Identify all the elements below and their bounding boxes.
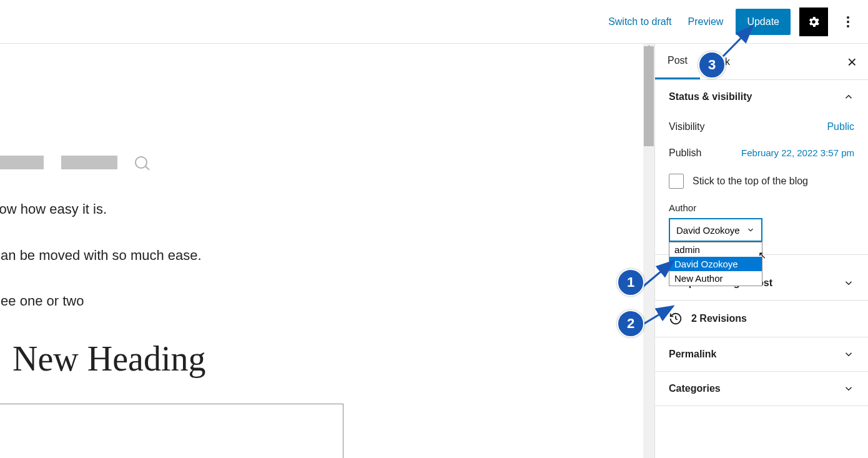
placeholder-row: [0, 156, 487, 169]
panel-title: Status & visibility: [669, 91, 752, 102]
tab-post[interactable]: Post: [655, 44, 700, 79]
visibility-value[interactable]: Public: [827, 121, 854, 132]
chevron-down-icon: [843, 277, 854, 289]
author-option-david[interactable]: David Ozokoye: [669, 257, 762, 271]
paragraph[interactable]: it you will know how easy it is.: [0, 201, 487, 219]
editor-scrollbar[interactable]: ▴: [643, 44, 654, 458]
paragraph[interactable]: agraphs to see one or two: [0, 292, 487, 311]
history-icon: [669, 312, 683, 326]
revisions-button[interactable]: 2 Revisions: [655, 301, 868, 337]
panel-title: Permalink: [669, 349, 716, 360]
update-button[interactable]: Update: [736, 9, 791, 35]
settings-button[interactable]: [799, 7, 828, 36]
panel-status-visibility: Status & visibility Visibility Public Pu…: [655, 80, 868, 255]
gear-icon: [807, 15, 821, 29]
chevron-down-icon: [746, 226, 755, 234]
stick-label: Stick to the top of the blog: [693, 176, 808, 187]
panel-header-status[interactable]: Status & visibility: [655, 80, 868, 114]
scroll-thumb[interactable]: [644, 46, 654, 146]
author-select[interactable]: David Ozokoye admin David Ozokoye New Au…: [669, 218, 762, 242]
publish-label: Publish: [669, 147, 701, 159]
close-sidebar-button[interactable]: ×: [847, 54, 857, 70]
annotation-3: 3: [698, 51, 726, 79]
dots-vertical-icon: [841, 14, 856, 29]
svg-point-2: [847, 25, 849, 27]
embed-block[interactable]: d URL content you want to display on you…: [0, 404, 343, 458]
search-icon: [135, 156, 147, 169]
placeholder-block: [61, 156, 117, 169]
author-option-admin[interactable]: admin: [669, 242, 762, 257]
chevron-down-icon: [843, 383, 854, 394]
revisions-label: 2 Revisions: [691, 313, 747, 324]
sidebar-tabs: Post k ×: [655, 44, 868, 80]
annotation-1: 1: [617, 269, 644, 296]
cursor-icon: ↖: [758, 249, 766, 261]
panel-title: Categories: [669, 383, 721, 394]
settings-sidebar: Post k × Status & visibility Visibility …: [654, 44, 868, 458]
panel-permalink[interactable]: Permalink: [655, 337, 868, 371]
switch-to-draft-link[interactable]: Switch to draft: [604, 11, 675, 32]
preview-link[interactable]: Preview: [684, 11, 727, 32]
svg-point-0: [847, 16, 849, 19]
stick-checkbox[interactable]: [669, 174, 684, 189]
author-dropdown-list: admin David Ozokoye New Author: [669, 242, 762, 286]
placeholder-block: [0, 156, 44, 169]
author-selected-value: David Ozokoye: [676, 225, 740, 236]
visibility-label: Visibility: [669, 121, 705, 132]
embed-title: d URL: [0, 423, 330, 443]
svg-point-1: [847, 21, 849, 23]
author-option-new[interactable]: New Author: [669, 271, 762, 286]
chevron-down-icon: [843, 349, 854, 360]
paragraph[interactable]: o see if list can be moved with so much …: [0, 247, 487, 265]
heading[interactable]: New Heading: [12, 339, 487, 379]
editor-canvas[interactable]: Post it you will know how easy it is. o …: [0, 44, 643, 458]
post-title[interactable]: Post: [0, 81, 487, 131]
toolbar: Switch to draft Preview Update: [0, 0, 868, 44]
author-label: Author: [669, 196, 854, 218]
more-options-button[interactable]: [837, 7, 859, 36]
panel-categories[interactable]: Categories: [655, 372, 868, 406]
chevron-up-icon: [843, 91, 854, 102]
annotation-2: 2: [617, 310, 644, 337]
publish-date[interactable]: February 22, 2022 3:57 pm: [741, 147, 854, 159]
